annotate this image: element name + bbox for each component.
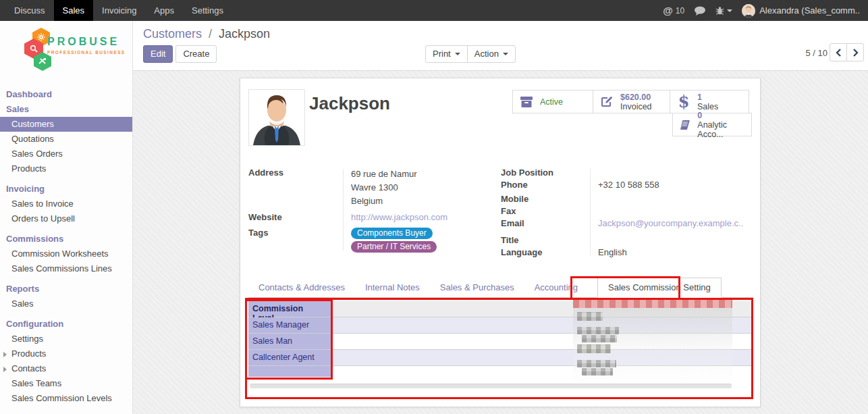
fax-value <box>590 205 598 216</box>
caret-down-icon <box>455 53 460 55</box>
sidebar-heading-sales[interactable]: Sales <box>0 102 132 117</box>
user-menu[interactable]: Alexandra (Sales_comm.. <box>742 4 860 18</box>
mobile-label: Mobile <box>501 192 590 204</box>
sidebar-item-sales-commissions-lines[interactable]: Sales Commissions Lines <box>0 261 132 276</box>
website-link[interactable]: http://www.jackpson.com <box>351 212 447 222</box>
menu-discuss[interactable]: Discuss <box>5 0 54 21</box>
print-label: Print <box>433 46 451 62</box>
edit-note-icon <box>599 96 615 108</box>
sidebar-item-orders-to-upsell[interactable]: Orders to Upsell <box>0 211 132 226</box>
sidebar-item-config-contacts[interactable]: Contacts <box>0 361 132 376</box>
caret-down-icon <box>503 53 508 55</box>
pager-next-button[interactable] <box>846 43 864 61</box>
action-label: Action <box>474 46 499 62</box>
sidebar-item-label: Products <box>11 348 46 359</box>
customer-photo[interactable] <box>248 89 305 146</box>
sales-count: 1 <box>697 93 718 102</box>
commission-level-cell[interactable]: Callcenter Agent <box>248 350 331 365</box>
mobile-value <box>590 192 598 204</box>
main-content: Customers / Jackpson Edit Create Print A… <box>133 21 868 414</box>
analytic-accounts-stat-button[interactable]: 0 Analytic Acco... <box>672 113 752 136</box>
chevron-right-icon <box>3 352 7 357</box>
sidebar-item-config-products[interactable]: Products <box>0 346 132 361</box>
logo-subtitle: PROFESSIONAL BUSINESS <box>47 50 126 55</box>
analytic-count: 0 <box>697 111 746 120</box>
edit-button[interactable]: Edit <box>143 45 173 63</box>
tab-internal-notes[interactable]: Internal Notes <box>355 278 430 297</box>
top-bar: Discuss Sales Invoicing Apps Settings @ … <box>0 0 868 21</box>
breadcrumb-customers[interactable]: Customers <box>143 27 202 41</box>
tags-label: Tags <box>248 226 343 253</box>
email-label: Email <box>501 217 590 228</box>
sidebar-item-quotations[interactable]: Quotations <box>0 132 132 147</box>
sidebar-heading-dashboard[interactable]: Dashboard <box>0 87 132 102</box>
redacted-blur <box>582 335 617 342</box>
tag-partner-it-services[interactable]: Partner / IT Services <box>351 241 437 253</box>
sidebar-item-customers[interactable]: Customers <box>0 117 132 132</box>
sidebar-item-sales-to-invoice[interactable]: Sales to Invoice <box>0 197 132 211</box>
phone-value: +32 10 588 558 <box>590 178 659 190</box>
sidebar-item-sales-orders[interactable]: Sales Orders <box>0 147 132 161</box>
invoiced-stat-button[interactable]: $620.00 Invoiced <box>593 90 670 113</box>
create-button[interactable]: Create <box>175 45 217 63</box>
sidebar-item-label: Contacts <box>11 363 46 373</box>
sidebar-item-reports-sales[interactable]: Sales <box>0 296 132 311</box>
sidebar-item-products[interactable]: Products <box>0 161 132 176</box>
sidebar-heading-reports[interactable]: Reports <box>0 282 132 296</box>
horizontal-scrollbar[interactable] <box>250 384 732 388</box>
top-menu: Discuss Sales Invoicing Apps Settings <box>0 0 232 21</box>
archive-icon <box>518 96 535 108</box>
sidebar-item-settings[interactable]: Settings <box>0 332 132 346</box>
sidebar-nav: Dashboard Sales Customers Quotations Sal… <box>0 87 132 406</box>
invoiced-label: Invoiced <box>620 102 652 111</box>
tab-sales-purchases[interactable]: Sales & Purchases <box>430 278 524 297</box>
commission-level-column-header[interactable]: Commission Level <box>248 301 331 317</box>
commission-level-cell-empty[interactable] <box>248 366 331 377</box>
debug-menu[interactable] <box>715 6 732 16</box>
print-dropdown-button[interactable]: Print <box>425 45 468 63</box>
email-link[interactable]: Jackpson@yourcompany.example.c.. <box>598 218 743 228</box>
user-name: Alexandra (Sales_comm.. <box>759 5 860 16</box>
tab-contacts-addresses[interactable]: Contacts & Addresses <box>248 278 355 297</box>
job-position-value <box>590 166 598 178</box>
redacted-blur <box>577 360 616 367</box>
pager-counter: 5 / 10 <box>805 48 828 58</box>
mentions-counter[interactable]: @ 10 <box>663 5 684 16</box>
book-icon <box>678 119 692 131</box>
at-icon: @ <box>663 5 673 16</box>
tab-sales-commission-setting[interactable]: Sales Commission Setting <box>597 278 722 298</box>
stat-buttons: Active $620.00 Invoiced $ 1 Sales <box>513 90 752 136</box>
commission-level-cell[interactable]: Sales Manager <box>248 317 331 333</box>
sidebar-heading-configuration[interactable]: Configuration <box>0 317 132 332</box>
pager-previous-button[interactable] <box>830 43 847 61</box>
redacted-blur <box>582 368 613 376</box>
menu-sales[interactable]: Sales <box>54 0 94 21</box>
menu-invoicing[interactable]: Invoicing <box>93 0 145 21</box>
sidebar-item-sales-commission-levels[interactable]: Sales Commission Levels <box>0 391 132 406</box>
bug-icon <box>715 6 724 16</box>
sidebar-heading-commissions[interactable]: Commissions <box>0 232 132 247</box>
fax-label: Fax <box>501 205 590 216</box>
sidebar-item-sales-teams[interactable]: Sales Teams <box>0 376 132 391</box>
redacted-blur <box>577 312 603 321</box>
control-panel: Customers / Jackpson Edit Create Print A… <box>133 21 868 71</box>
tag-components-buyer[interactable]: Components Buyer <box>351 228 433 239</box>
record-title: Jackpson <box>309 93 390 114</box>
notebook-tabs: Contacts & Addresses Internal Notes Sale… <box>248 278 753 298</box>
sidebar-item-commission-worksheets[interactable]: Commission Worksheets <box>0 247 132 261</box>
address-value: 69 rue de Namur Wavre 1300 Belgium <box>343 166 417 208</box>
active-stat-button[interactable]: Active <box>512 90 593 113</box>
menu-settings[interactable]: Settings <box>183 0 232 21</box>
redacted-pink-strip <box>573 299 732 308</box>
job-position-label: Job Position <box>501 166 590 178</box>
menu-apps[interactable]: Apps <box>145 0 183 21</box>
sidebar-heading-invoicing[interactable]: Invoicing <box>0 182 132 197</box>
active-label: Active <box>540 97 563 107</box>
chat-icon[interactable] <box>694 6 706 16</box>
tab-accounting[interactable]: Accounting <box>524 278 588 297</box>
action-dropdown-button[interactable]: Action <box>467 45 516 63</box>
topbar-spacer <box>232 0 663 21</box>
analytic-label: Analytic Acco... <box>697 120 746 139</box>
commission-level-cell[interactable]: Sales Man <box>248 334 331 349</box>
chevron-right-icon <box>3 367 7 372</box>
